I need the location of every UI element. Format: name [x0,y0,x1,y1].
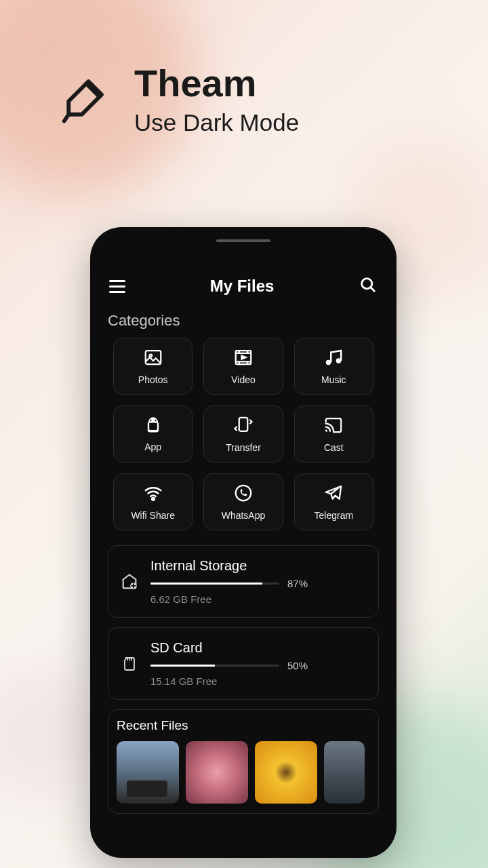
category-music[interactable]: Music [294,338,373,395]
storage-free: 6.62 GB Free [150,593,367,605]
progress-fill [150,583,262,585]
category-label: Music [321,374,346,385]
app-title: My Files [210,277,274,296]
wifi-icon [143,483,163,506]
svg-rect-6 [239,418,248,431]
sdcard-icon [119,654,140,673]
category-photos[interactable]: Photos [113,338,192,395]
page-title: Theam [134,64,299,102]
cast-icon [323,415,344,438]
internal-storage-icon [119,572,140,591]
category-wifi-share[interactable]: Wifi Share [113,473,192,530]
transfer-icon [233,415,253,438]
svg-point-7 [152,498,155,500]
recent-thumb[interactable] [117,741,179,804]
progress-bar [150,665,279,667]
storage-internal[interactable]: Internal Storage 87% 6.62 GB Free [108,545,379,618]
music-icon [323,347,344,370]
menu-icon[interactable] [109,280,125,293]
recent-thumb[interactable] [255,741,317,804]
whatsapp-icon [233,483,253,506]
category-label: App [144,441,161,452]
page-subtitle: Use Dark Mode [134,109,299,136]
storage-free: 15.14 GB Free [150,675,367,687]
recent-thumb[interactable] [324,741,365,804]
phone-frame: My Files Categories Photos Video Music A… [90,227,396,858]
page-header: Theam Use Dark Mode [0,0,488,136]
telegram-icon [323,483,344,506]
storage-title: SD Card [150,640,367,656]
progress-bar [150,583,279,585]
photos-icon [143,347,163,370]
svg-point-8 [236,486,251,501]
paintbrush-icon [58,73,110,128]
category-label: Cast [324,442,344,453]
category-whatsapp[interactable]: WhatsApp [203,473,283,530]
screen: My Files Categories Photos Video Music A… [97,234,390,851]
storage-percent: 50% [287,660,308,671]
recent-files: Recent Files [108,709,379,814]
recent-thumbs [117,741,370,804]
svg-rect-5 [149,423,157,431]
storage-sdcard[interactable]: SD Card 50% 15.14 GB Free [108,627,379,700]
categories-grid: Photos Video Music App Transfer Cast [108,338,379,530]
svg-rect-2 [145,351,161,364]
category-app[interactable]: App [113,406,192,462]
category-label: WhatsApp [222,510,266,521]
categories-heading: Categories [108,307,379,338]
category-label: Photos [138,374,168,385]
category-label: Video [231,374,256,385]
progress-fill [150,665,215,667]
category-video[interactable]: Video [203,338,283,395]
svg-line-1 [371,288,375,292]
top-bar: My Files [108,271,379,307]
category-label: Telegram [314,510,354,521]
storage-percent: 87% [287,578,308,589]
storage-title: Internal Storage [150,558,367,574]
category-telegram[interactable]: Telegram [294,473,373,530]
recent-files-heading: Recent Files [117,718,370,733]
notch-indicator [216,239,270,242]
video-icon [233,347,253,370]
recent-thumb[interactable] [186,741,248,804]
category-transfer[interactable]: Transfer [203,406,283,462]
app-icon [144,416,163,437]
category-label: Wifi Share [131,510,175,521]
search-icon[interactable] [359,275,378,297]
category-label: Transfer [226,442,261,453]
category-cast[interactable]: Cast [294,406,373,462]
